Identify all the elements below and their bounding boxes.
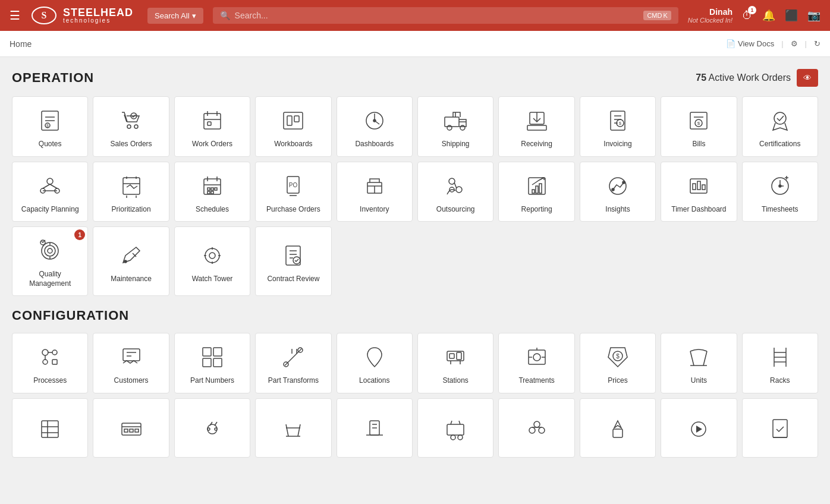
refresh-icon[interactable]: ↻	[814, 39, 820, 48]
breadcrumb-home[interactable]: Home	[10, 39, 32, 49]
svg-rect-74	[536, 186, 538, 193]
card-shipping[interactable]: Shipping	[417, 96, 493, 157]
card-insights[interactable]: Insights	[580, 162, 656, 222]
svg-point-77	[612, 188, 614, 191]
breadcrumb-actions: 📄 View Docs | ⚙ | ↻	[726, 39, 820, 48]
card-dashboards[interactable]: Dashboards	[337, 96, 413, 157]
card-row11-1[interactable]	[12, 398, 88, 458]
card-units[interactable]: Units	[661, 333, 737, 393]
card-prioritization[interactable]: Prioritization	[93, 162, 169, 222]
svg-point-156	[208, 424, 217, 434]
card-row11-4[interactable]	[255, 398, 331, 458]
card-prices[interactable]: $Prices	[580, 333, 656, 393]
card-customers[interactable]: Customers	[93, 333, 169, 393]
card-row11-10[interactable]	[742, 398, 818, 458]
search-input[interactable]	[235, 11, 639, 20]
search-all-button[interactable]: Search All ▾	[147, 8, 203, 24]
svg-point-126	[372, 352, 378, 358]
logo-text: STEELHEAD technologies	[63, 7, 133, 24]
card-contract-review[interactable]: Contract Review	[255, 226, 331, 296]
svg-line-159	[210, 422, 212, 426]
card-quotes[interactable]: $Quotes	[12, 96, 88, 157]
svg-rect-153	[124, 429, 128, 432]
configuration-section: CONFIGURATION ProcessesCustomersPart Num…	[12, 308, 818, 458]
svg-point-41	[47, 178, 53, 184]
settings-icon[interactable]: ⚙	[791, 39, 798, 48]
card-treatments[interactable]: Treatments	[498, 333, 574, 393]
card-timer-dashboard[interactable]: Timer Dashboard	[661, 162, 737, 222]
view-docs-button[interactable]: 📄 View Docs	[726, 39, 774, 48]
card-processes[interactable]: Processes	[12, 333, 88, 393]
card-schedules[interactable]: Schedules	[174, 162, 250, 222]
work-orders-label: Work Orders	[192, 140, 232, 149]
card-stations[interactable]: Stations	[417, 333, 493, 393]
stations-icon	[441, 343, 470, 371]
reporting-label: Reporting	[521, 205, 552, 215]
bell-icon[interactable]: 🔔	[762, 9, 775, 22]
card-row11-5[interactable]	[337, 398, 413, 458]
card-capacity-planning[interactable]: Capacity Planning	[12, 162, 88, 222]
card-racks[interactable]: Racks	[742, 333, 818, 393]
card-purchase-orders[interactable]: POPurchase Orders	[255, 162, 331, 222]
card-inventory[interactable]: Inventory	[337, 162, 413, 222]
configuration-title: CONFIGURATION	[12, 308, 129, 323]
stations-label: Stations	[443, 376, 469, 386]
svg-line-171	[459, 421, 460, 424]
menu-icon[interactable]: ☰	[10, 8, 20, 23]
card-reporting[interactable]: Reporting	[498, 162, 574, 222]
card-quality-management[interactable]: 1Quality Management	[12, 226, 88, 296]
sales-orders-label: Sales Orders	[111, 140, 152, 149]
card-watch-tower[interactable]: Watch Tower	[174, 226, 250, 296]
svg-point-174	[529, 427, 535, 433]
insights-icon	[603, 172, 632, 200]
receiving-label: Receiving	[521, 140, 552, 149]
card-part-transforms[interactable]: Part Transforms	[255, 333, 331, 393]
prices-icon: $	[603, 343, 632, 371]
card-receiving[interactable]: Receiving	[498, 96, 574, 157]
logout-icon[interactable]: ⬛	[785, 9, 798, 22]
card-locations[interactable]: Locations	[337, 333, 413, 393]
inventory-icon	[360, 172, 389, 200]
svg-point-96	[124, 260, 127, 263]
card-part-numbers[interactable]: Part Numbers	[174, 333, 250, 393]
card-maintenance[interactable]: Maintenance	[93, 226, 169, 296]
svg-line-160	[215, 422, 217, 426]
svg-rect-10	[204, 114, 221, 129]
card-sales-orders[interactable]: Sales Orders	[93, 96, 169, 157]
row11-4-icon	[279, 415, 307, 443]
treatments-label: Treatments	[518, 376, 554, 386]
svg-rect-16	[287, 116, 292, 125]
card-certifications[interactable]: Certifications	[742, 96, 818, 157]
reporting-icon	[523, 172, 551, 200]
card-row11-7[interactable]	[498, 398, 574, 458]
card-invoicing[interactable]: $Invoicing	[580, 96, 656, 157]
svg-rect-129	[457, 352, 461, 360]
card-timesheets[interactable]: Timesheets	[742, 162, 818, 222]
svg-text:S: S	[42, 10, 47, 20]
capacity-planning-label: Capacity Planning	[21, 205, 79, 215]
breadcrumb-bar: Home 📄 View Docs | ⚙ | ↻	[0, 31, 830, 57]
timer-icon[interactable]: ⏱ 1	[742, 10, 753, 22]
contract-review-icon	[279, 241, 307, 270]
card-row11-3[interactable]	[174, 398, 250, 458]
bills-icon: $	[684, 106, 713, 135]
treatments-icon	[523, 343, 551, 371]
eye-button[interactable]: 👁	[797, 69, 818, 87]
receiving-icon	[523, 106, 551, 135]
card-outsourcing[interactable]: Outsourcing	[417, 162, 493, 222]
invoicing-label: Invoicing	[603, 140, 631, 149]
card-bills[interactable]: $Bills	[661, 96, 737, 157]
operation-title: OPERATION	[12, 70, 94, 86]
search-bar[interactable]: 🔍 CMD K	[213, 7, 678, 24]
card-row11-8[interactable]	[580, 398, 656, 458]
card-row11-6[interactable]	[417, 398, 493, 458]
svg-point-172	[451, 435, 455, 440]
card-work-orders[interactable]: Work Orders	[174, 96, 250, 157]
camera-icon[interactable]: 📷	[807, 9, 820, 22]
card-workboards[interactable]: Workboards	[255, 96, 331, 157]
shipping-label: Shipping	[442, 140, 470, 149]
card-row11-2[interactable]	[93, 398, 169, 458]
svg-rect-60	[208, 191, 210, 194]
svg-rect-147	[42, 421, 58, 437]
card-row11-9[interactable]	[661, 398, 737, 458]
